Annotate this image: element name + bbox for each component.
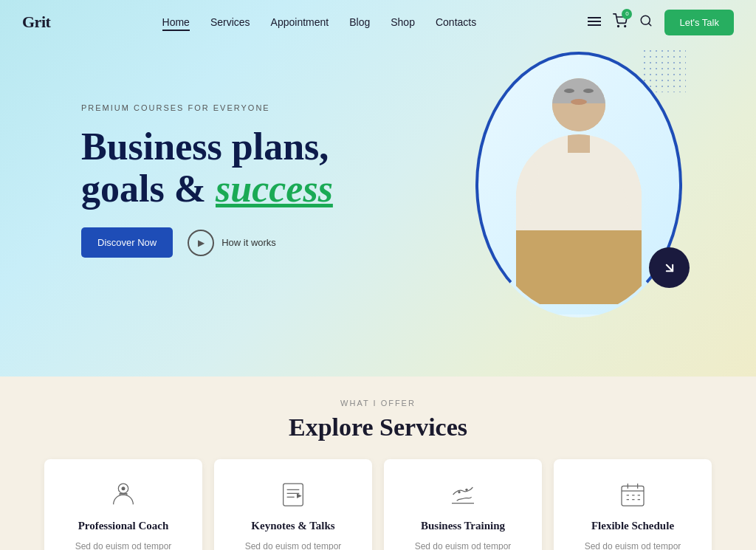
person-body (516, 134, 642, 304)
header: Grit Home Services Appointment Blog Shop… (0, 0, 756, 44)
how-it-works-button[interactable]: ▶ How it works (188, 230, 276, 256)
hero-content: PREMIUM COURSES FOR EVERYONE Business pl… (81, 103, 333, 258)
svg-point-15 (458, 491, 460, 493)
service-name-schedule: Flexible Schedule (591, 520, 674, 532)
services-grid: Professional Coach Sed do euism od tempo… (0, 459, 756, 550)
service-card-coach: Professional Coach Sed do euism od tempo… (44, 459, 202, 550)
person-head (552, 78, 605, 131)
services-title: Explore Services (289, 413, 467, 441)
service-desc-training: Sed do euism od tempor (415, 540, 512, 550)
how-it-works-label: How it works (221, 237, 276, 248)
hero-title-line2: goals & (81, 168, 216, 210)
nav-contacts[interactable]: Contacts (436, 16, 476, 28)
nav-blog[interactable]: Blog (349, 16, 370, 28)
hero-label: PREMIUM COURSES FOR EVERYONE (81, 103, 333, 112)
hero-title-accent: success (216, 168, 333, 210)
schedule-icon (615, 477, 650, 512)
svg-line-7 (666, 264, 672, 270)
keynote-icon (275, 477, 311, 512)
play-icon: ▶ (188, 230, 214, 256)
hero-image-area (446, 37, 697, 347)
service-name-coach: Professional Coach (78, 520, 169, 532)
svg-line-6 (649, 23, 651, 25)
svg-rect-18 (622, 486, 644, 506)
service-card-training: Business Training Sed do euism od tempor (384, 459, 542, 550)
service-name-training: Business Training (421, 520, 505, 532)
coach-icon (106, 477, 141, 512)
header-actions: 0 Let's Talk (588, 10, 734, 35)
hero-title: Business plans, goals & success (81, 126, 333, 210)
lets-talk-button[interactable]: Let's Talk (664, 10, 734, 35)
svg-point-3 (618, 25, 619, 27)
menu-icon[interactable] (588, 15, 601, 30)
svg-point-16 (465, 489, 467, 491)
svg-point-9 (122, 487, 126, 490)
nav-appointment[interactable]: Appointment (271, 16, 329, 28)
cart-icon[interactable]: 0 (613, 13, 628, 32)
search-icon[interactable] (639, 14, 653, 31)
nav-services[interactable]: Services (210, 16, 250, 28)
svg-rect-11 (284, 484, 303, 506)
person-figure (498, 78, 660, 314)
service-card-schedule: Flexible Schedule Sed do euism od tempor (554, 459, 712, 550)
service-desc-schedule: Sed do euism od tempor (585, 540, 681, 550)
main-nav: Home Services Appointment Blog Shop Cont… (162, 16, 477, 28)
svg-point-4 (625, 25, 626, 27)
service-name-keynote: Keynotes & Talks (251, 520, 334, 532)
logo: Grit (22, 13, 50, 32)
svg-rect-10 (120, 493, 127, 495)
hero-title-line1: Business plans, (81, 126, 329, 168)
services-label: WHAT I OFFER (340, 399, 416, 408)
discover-button[interactable]: Discover Now (81, 227, 173, 258)
service-card-keynote: Keynotes & Talks Sed do euism od tempor (214, 459, 372, 550)
nav-shop[interactable]: Shop (391, 16, 415, 28)
cart-badge: 0 (622, 9, 632, 19)
nav-home[interactable]: Home (162, 16, 190, 28)
service-desc-coach: Sed do euism od tempor (75, 540, 172, 550)
arrow-down-button[interactable] (649, 247, 690, 288)
person-head-area (552, 78, 605, 131)
service-desc-keynote: Sed do euism od tempor (245, 540, 342, 550)
training-icon (445, 477, 481, 512)
services-section: WHAT I OFFER Explore Services Profession… (0, 377, 756, 550)
hero-buttons: Discover Now ▶ How it works (81, 227, 333, 258)
